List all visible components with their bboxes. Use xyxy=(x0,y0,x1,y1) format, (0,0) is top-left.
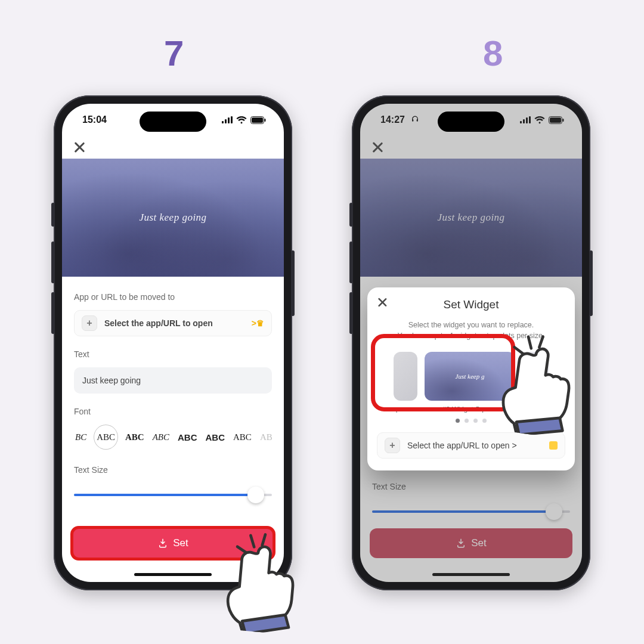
font-option[interactable]: ABC xyxy=(177,430,199,445)
svg-rect-2 xyxy=(228,117,230,123)
download-icon xyxy=(157,538,168,549)
phone-step-7: 15:04 Just keep going xyxy=(54,95,292,590)
popup-select-app-button[interactable]: + Select the app/URL to open > xyxy=(377,432,565,459)
text-input[interactable]: Just keep going xyxy=(74,367,272,394)
plus-icon: + xyxy=(385,438,400,453)
widget-slot-next-caption: W xyxy=(522,405,549,413)
font-option[interactable]: ABC xyxy=(205,430,227,445)
premium-badge-icon xyxy=(549,441,558,450)
cellular-signal-icon xyxy=(222,116,233,123)
font-option-selected[interactable]: ABC xyxy=(94,425,118,450)
label-text-size: Text Size xyxy=(74,465,272,475)
select-app-button[interactable]: + Select the app/URL to open >♛ xyxy=(74,310,272,336)
select-app-label: Select the app/URL to open xyxy=(104,318,244,328)
widget-preview: Just keep going xyxy=(62,159,284,277)
svg-rect-5 xyxy=(252,117,263,123)
set-button-label: Set xyxy=(173,537,188,549)
popup-select-app-label: Select the app/URL to open > xyxy=(407,441,542,450)
widget-preview-text: Just keep going xyxy=(139,212,206,224)
widget-slot-2[interactable]: Just keep g #2 Widget Square xyxy=(425,352,515,413)
page-dots xyxy=(377,419,565,423)
popup-title: Set Widget xyxy=(377,298,565,311)
font-option[interactable]: ABC xyxy=(124,430,145,445)
font-option[interactable]: ABC xyxy=(151,430,171,445)
widget-slot-prev-caption: quare xyxy=(394,405,417,413)
svg-rect-6 xyxy=(265,119,266,122)
status-time: 15:04 xyxy=(82,114,107,125)
phone-step-8: 14:27 xyxy=(352,95,590,590)
font-option[interactable]: BC xyxy=(74,430,88,445)
wifi-icon xyxy=(236,116,247,124)
svg-rect-1 xyxy=(225,119,227,123)
popup-desc-1: Select the widget you want to replace. xyxy=(377,320,565,330)
popup-desc-2: You have up to 4 widget setup slots per … xyxy=(377,330,565,341)
home-indicator xyxy=(134,573,212,576)
set-widget-popup: Set Widget Select the widget you want to… xyxy=(367,287,575,470)
close-icon[interactable] xyxy=(73,141,86,154)
svg-rect-0 xyxy=(222,121,224,123)
widget-slot-2-preview-text: Just keep g xyxy=(456,373,485,380)
dynamic-island xyxy=(140,112,206,132)
font-option[interactable]: ABC xyxy=(259,430,272,445)
label-font: Font xyxy=(74,407,272,416)
font-option[interactable]: ABC xyxy=(232,430,253,445)
plus-icon: + xyxy=(82,315,97,331)
step-number-8: 8 xyxy=(483,33,503,74)
set-button[interactable]: Set xyxy=(72,528,274,558)
font-picker[interactable]: BC ABC ABC ABC ABC ABC ABC ABC AB xyxy=(74,425,272,450)
label-text: Text xyxy=(74,349,272,359)
step-number-7: 7 xyxy=(164,33,184,74)
text-size-slider[interactable] xyxy=(74,489,272,501)
battery-icon xyxy=(250,116,266,124)
popup-close-icon[interactable] xyxy=(377,297,388,308)
premium-crown-icon: >♛ xyxy=(252,318,264,328)
label-app-url: App or URL to be moved to xyxy=(74,292,272,302)
svg-rect-3 xyxy=(231,116,233,123)
widget-slot-next[interactable]: W xyxy=(522,352,549,413)
widget-slot-2-caption: #2 Widget Square xyxy=(425,405,515,413)
widget-slot-prev[interactable]: quare xyxy=(394,352,417,413)
dynamic-island xyxy=(438,112,504,132)
